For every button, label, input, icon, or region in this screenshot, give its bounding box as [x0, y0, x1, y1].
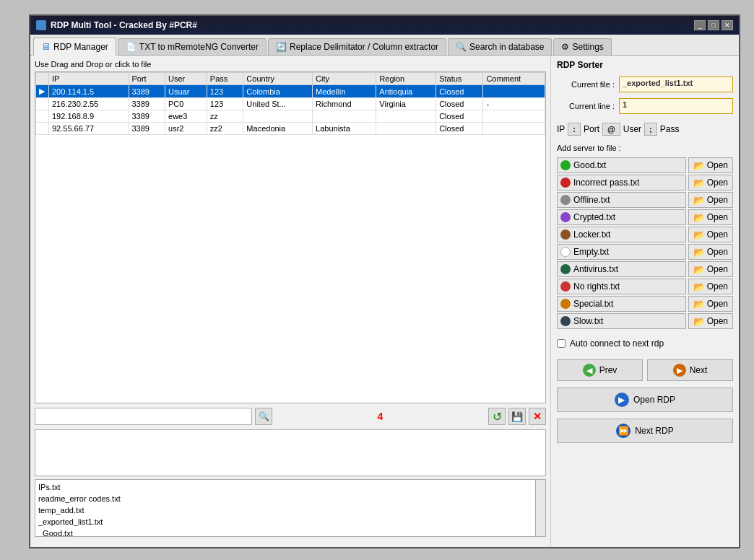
- tab-rdp-manager[interactable]: 🖥 RDP Manager: [33, 38, 116, 56]
- current-file-label: Current file :: [557, 80, 615, 89]
- open-rdp-button[interactable]: ▶ Open RDP: [557, 388, 733, 412]
- file-list-item[interactable]: _exported_list1.txt: [38, 516, 542, 528]
- file-button-row: Slow.txt 📂 Open: [557, 313, 733, 329]
- open-file-button-5[interactable]: 📂 Open: [688, 244, 733, 260]
- ip-port-sep-button[interactable]: :: [568, 123, 581, 136]
- file-sort-button-3[interactable]: Crypted.txt: [557, 209, 686, 225]
- row-port: 3389: [129, 98, 165, 110]
- pass-label: Pass: [660, 124, 680, 134]
- open-file-button-0[interactable]: 📂 Open: [688, 157, 733, 173]
- row-region: Virginia: [376, 98, 436, 110]
- table-row[interactable]: ▶ 200.114.1.5 3389 Usuar 123 Colombia Me…: [36, 85, 545, 98]
- file-sort-button-7[interactable]: No rights.txt: [557, 279, 686, 294]
- folder-icon-6: 📂: [693, 264, 705, 275]
- file-list-item[interactable]: readme_error codes.txt: [38, 493, 542, 504]
- tab-txt-converter[interactable]: 📄 TXT to mRemoteNG Converter: [118, 38, 266, 55]
- file-list[interactable]: IPs.txtreadme_error codes.txttemp_add.tx…: [35, 479, 546, 537]
- row-region: [376, 123, 436, 135]
- tab-settings[interactable]: ⚙ Settings: [553, 38, 611, 55]
- table-row[interactable]: 92.55.66.77 3389 usr2 zz2 Macedonia Labu…: [36, 123, 545, 135]
- folder-icon-4: 📂: [693, 229, 705, 240]
- file-sort-button-9[interactable]: Slow.txt: [557, 313, 686, 329]
- prev-button[interactable]: ◀ Prev: [557, 359, 643, 381]
- file-sort-icon-6: [560, 264, 571, 274]
- file-sort-button-0[interactable]: Good.txt: [557, 157, 686, 173]
- row-user: usr2: [165, 123, 207, 135]
- maximize-button[interactable]: □: [708, 20, 719, 30]
- next-rdp-icon: ⏩: [616, 424, 630, 438]
- file-sort-button-4[interactable]: Locker.txt: [557, 227, 686, 242]
- file-list-item[interactable]: temp_add.txt: [38, 504, 542, 516]
- tab-rdp-manager-label: RDP Manager: [53, 42, 108, 52]
- open-label-1: Open: [707, 178, 728, 188]
- file-sort-label-2: Offline.txt: [573, 195, 610, 205]
- open-label-5: Open: [707, 247, 728, 257]
- file-sort-button-5[interactable]: Empty.txt: [557, 244, 686, 260]
- tab-search-database[interactable]: 🔍 Search in database: [448, 38, 552, 55]
- col-status[interactable]: Status: [436, 73, 483, 85]
- row-region: [376, 110, 436, 123]
- file-list-item[interactable]: IPs.txt: [38, 481, 542, 493]
- tabs-bar: 🖥 RDP Manager 📄 TXT to mRemoteNG Convert…: [30, 35, 739, 56]
- next-button[interactable]: ▶ Next: [647, 359, 733, 381]
- col-user[interactable]: User: [165, 73, 207, 85]
- convert-icon: 📄: [126, 42, 136, 52]
- open-file-button-1[interactable]: 📂 Open: [688, 175, 733, 191]
- search-button[interactable]: 🔍: [255, 408, 272, 425]
- open-file-button-9[interactable]: 📂 Open: [688, 313, 733, 329]
- open-file-button-2[interactable]: 📂 Open: [688, 192, 733, 208]
- open-file-button-7[interactable]: 📂 Open: [688, 279, 733, 294]
- delete-button[interactable]: ✕: [529, 408, 546, 425]
- tab-replace-delimitator[interactable]: 🔄 Replace Delimitator / Column extractor: [268, 38, 446, 55]
- scrollbar[interactable]: [535, 480, 545, 536]
- open-label-9: Open: [707, 316, 728, 326]
- col-comment[interactable]: Comment: [483, 73, 545, 85]
- file-sort-icon-8: [560, 299, 571, 309]
- search-bar: 🔍 4 ↺ 💾 ✕: [35, 408, 546, 425]
- file-sort-label-8: Special.txt: [573, 299, 613, 309]
- col-country[interactable]: Country: [243, 73, 313, 85]
- row-status: Closed: [436, 85, 483, 98]
- file-button-row: Empty.txt 📂 Open: [557, 244, 733, 260]
- col-city[interactable]: City: [313, 73, 376, 85]
- next-rdp-button[interactable]: ⏩ Next RDP: [557, 419, 733, 443]
- file-list-item[interactable]: _Good.txt: [38, 528, 542, 537]
- next-icon: ▶: [673, 364, 686, 377]
- tab-settings-label: Settings: [572, 42, 603, 52]
- table-row[interactable]: 192.168.8.9 3389 ewe3 zz Closed: [36, 110, 545, 123]
- open-file-button-6[interactable]: 📂 Open: [688, 261, 733, 277]
- save-button[interactable]: 💾: [508, 408, 526, 425]
- row-city: [313, 110, 376, 123]
- file-sort-button-2[interactable]: Offline.txt: [557, 192, 686, 208]
- file-sort-button-6[interactable]: Antivirus.txt: [557, 261, 686, 277]
- log-area: [35, 429, 546, 476]
- table-row[interactable]: 216.230.2.55 3389 PC0 123 United St... R…: [36, 98, 545, 110]
- folder-icon-7: 📂: [693, 281, 705, 292]
- user-pass-sep-button[interactable]: ;: [644, 123, 657, 136]
- minimize-button[interactable]: _: [694, 20, 706, 30]
- open-file-button-8[interactable]: 📂 Open: [688, 296, 733, 312]
- col-port[interactable]: Port: [129, 73, 165, 85]
- open-label-4: Open: [707, 229, 728, 240]
- file-sort-button-1[interactable]: Incorrect pass.txt: [557, 175, 686, 191]
- file-sort-label-6: Antivirus.txt: [573, 264, 618, 274]
- auto-connect-checkbox[interactable]: [557, 339, 566, 348]
- file-sort-button-8[interactable]: Special.txt: [557, 296, 686, 312]
- col-region[interactable]: Region: [376, 73, 436, 85]
- search-input[interactable]: [35, 408, 252, 425]
- file-sort-label-7: No rights.txt: [573, 281, 620, 292]
- row-country: Colombia: [243, 85, 313, 98]
- ip-label: IP: [557, 124, 565, 134]
- port-user-sep-button[interactable]: @: [602, 123, 620, 136]
- row-comment: [483, 123, 545, 135]
- col-ip[interactable]: IP: [49, 73, 129, 85]
- data-table-container[interactable]: IP Port User Pass Country City Region St…: [35, 71, 546, 403]
- close-button[interactable]: ✕: [722, 20, 733, 30]
- window-title: RDP Multi Tool - Cracked By #PCR#: [51, 20, 197, 30]
- open-file-button-4[interactable]: 📂 Open: [688, 227, 733, 242]
- refresh-button[interactable]: ↺: [488, 408, 506, 425]
- open-file-button-3[interactable]: 📂 Open: [688, 209, 733, 225]
- user-label: User: [623, 124, 641, 134]
- col-pass[interactable]: Pass: [207, 73, 243, 85]
- folder-icon-5: 📂: [693, 247, 705, 258]
